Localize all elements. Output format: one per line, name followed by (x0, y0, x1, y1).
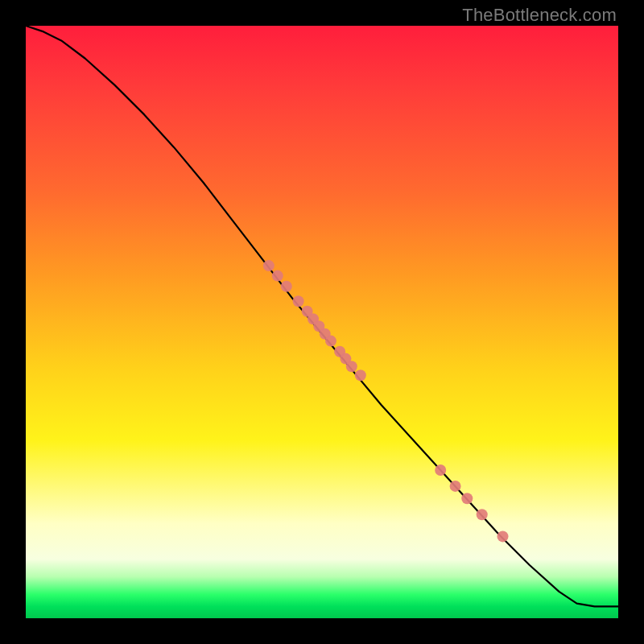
scatter-point (293, 295, 304, 307)
scatter-point (281, 281, 292, 292)
scatter-point (263, 260, 275, 271)
scatter-point (346, 361, 357, 372)
scatter-point (450, 481, 461, 492)
watermark-text: TheBottleneck.com (462, 5, 617, 26)
chart-svg (26, 26, 618, 618)
plot-area (26, 26, 618, 618)
scatter-point (325, 336, 336, 347)
stage: TheBottleneck.com (0, 0, 644, 644)
scatter-point (477, 509, 488, 520)
scatter-point (355, 369, 366, 381)
scatter-points (263, 260, 509, 542)
scatter-point (461, 493, 473, 504)
scatter-point (435, 464, 446, 476)
curve-line (26, 26, 618, 606)
scatter-point (272, 270, 283, 282)
scatter-point (497, 530, 509, 542)
